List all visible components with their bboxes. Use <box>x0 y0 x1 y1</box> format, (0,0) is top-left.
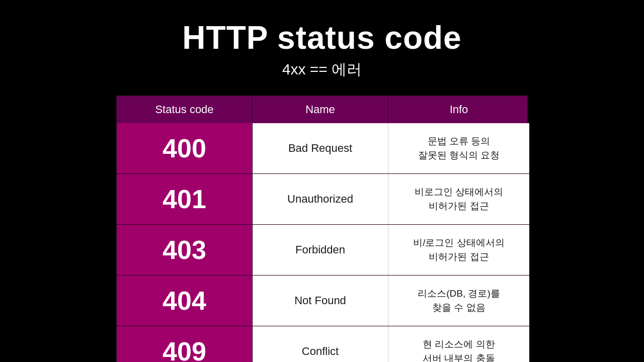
col-header-status-code: Status code <box>117 96 253 123</box>
col-header-info: Info <box>388 96 529 123</box>
status-code-400: 400 <box>117 123 253 173</box>
http-status-table: Status code Name Info 400Bad Request문법 오… <box>116 95 528 362</box>
info-cell-4: 현 리소스에 의한서버 내부의 충돌 <box>388 326 529 362</box>
status-code-404: 404 <box>117 276 253 326</box>
name-cell-1: Unauthorized <box>253 174 388 224</box>
header-section: HTTP status code 4xx == 에러 <box>182 20 461 80</box>
name-cell-0: Bad Request <box>253 123 388 173</box>
info-cell-0: 문법 오류 등의잘못된 형식의 요청 <box>388 123 529 173</box>
name-cell-2: Forbidden <box>253 225 388 275</box>
status-code-401: 401 <box>117 174 253 224</box>
table-row: 403Forbidden비/로그인 상태에서의비허가된 접근 <box>117 224 527 275</box>
table-header: Status code Name Info <box>117 96 527 123</box>
main-title: HTTP status code <box>182 20 461 55</box>
col-header-name: Name <box>253 96 388 123</box>
info-cell-3: 리소스(DB, 경로)를찾을 수 없음 <box>388 276 529 326</box>
name-cell-3: Not Found <box>253 276 388 326</box>
status-code-403: 403 <box>117 225 253 275</box>
table-body: 400Bad Request문법 오류 등의잘못된 형식의 요청401Unaut… <box>117 123 527 362</box>
table-row: 404Not Found리소스(DB, 경로)를찾을 수 없음 <box>117 275 527 326</box>
status-code-409: 409 <box>117 326 253 362</box>
subtitle: 4xx == 에러 <box>182 59 461 80</box>
info-cell-1: 비로그인 상태에서의비허가된 접근 <box>388 174 529 224</box>
table-row: 401Unauthorized비로그인 상태에서의비허가된 접근 <box>117 173 527 224</box>
table-row: 400Bad Request문법 오류 등의잘못된 형식의 요청 <box>117 123 527 173</box>
info-cell-2: 비/로그인 상태에서의비허가된 접근 <box>388 225 529 275</box>
table-row: 409Conflict현 리소스에 의한서버 내부의 충돌 <box>117 326 527 362</box>
name-cell-4: Conflict <box>253 326 388 362</box>
